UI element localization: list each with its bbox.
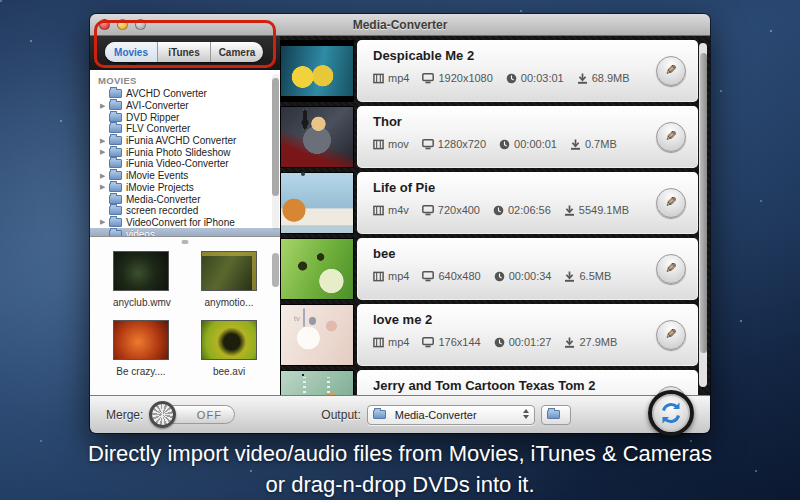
file-thumbnail-bee[interactable]: bee.avi xyxy=(201,320,257,377)
filesize-icon xyxy=(570,139,581,150)
disclosure-triangle-icon[interactable]: ▶ xyxy=(100,172,109,180)
video-row-despicable-me-2[interactable]: Despicable Me 2 mp4 1920x1080 00:03:01 6… xyxy=(280,40,698,102)
video-thumbnail-image[interactable] xyxy=(113,251,169,291)
folder-icon xyxy=(109,113,122,122)
video-duration: 00:01:27 xyxy=(509,336,552,348)
video-title: Despicable Me 2 xyxy=(373,48,686,63)
thumbnail-filename: anyclub.wmv xyxy=(113,297,169,308)
resolution-icon xyxy=(422,271,434,282)
video-thumbnail-image[interactable] xyxy=(201,251,257,291)
sidebar-item-dvd-ripper[interactable]: ▶DVD Ripper xyxy=(90,111,280,123)
tree-scrollbar[interactable] xyxy=(272,74,279,230)
video-title: Thor xyxy=(373,114,686,129)
resolution-icon xyxy=(422,337,434,348)
video-card[interactable]: love me 2 mp4 176x144 00:01:27 27.9MB ✎ xyxy=(357,304,698,366)
ipod-device-icon xyxy=(303,109,307,130)
video-resolution: 640x480 xyxy=(438,270,480,282)
folder-icon xyxy=(109,218,122,227)
folder-icon xyxy=(373,410,386,419)
disclosure-triangle-icon[interactable]: ▶ xyxy=(100,148,109,156)
folder-icon xyxy=(109,124,122,133)
video-duration: 00:00:01 xyxy=(514,138,557,150)
edit-settings-button[interactable]: ✎ xyxy=(656,254,686,284)
tree-scrollbar-thumb[interactable] xyxy=(272,78,279,196)
duration-icon xyxy=(494,271,505,282)
resolution-icon xyxy=(422,73,434,84)
thumbnail-filename: Be crazy.... xyxy=(113,366,169,377)
video-metadata: mp4 1920x1080 00:03:01 68.9MB xyxy=(373,72,686,84)
sidebar-item-media-converter[interactable]: ▶Media-Converter xyxy=(90,193,280,205)
browse-folder-button[interactable] xyxy=(541,405,571,425)
video-card[interactable]: Thor mov 1280x720 00:00:01 0.7MB ✎ xyxy=(357,106,698,168)
video-format: mp4 xyxy=(388,336,409,348)
file-thumbnail-anyclub[interactable]: anyclub.wmv xyxy=(113,251,169,308)
video-preview-image xyxy=(280,304,354,366)
folder-icon xyxy=(109,89,122,98)
sidebar-item-imovie-projects[interactable]: ▶iMovie Projects xyxy=(90,182,280,194)
sidebar-item-avchd-converter[interactable]: ▶AVCHD Converter xyxy=(90,88,280,100)
sidebar-item-avi-converter[interactable]: ▶AVI-Converter xyxy=(90,100,280,112)
format-icon xyxy=(373,271,384,282)
file-thumbnail-anymotio[interactable]: anymotio... xyxy=(201,251,257,308)
sidebar-item-label: FLV Converter xyxy=(126,123,190,134)
video-filesize: 27.9MB xyxy=(579,336,617,348)
video-thumbnail-image[interactable] xyxy=(113,320,169,360)
video-duration: 00:03:01 xyxy=(521,72,564,84)
video-card[interactable]: Jerry and Tom Cartoon Texas Tom 2 ✎ xyxy=(357,370,698,395)
sidebar-item-ifunia-photo-slideshow[interactable]: ▶iFunia Photo Slideshow xyxy=(90,146,280,158)
list-scrollbar[interactable] xyxy=(699,43,707,387)
sidebar-item-label: DVD Ripper xyxy=(126,112,179,123)
sidebar-item-videos[interactable]: ▶videos xyxy=(90,228,280,236)
filesize-icon xyxy=(577,73,588,84)
folder-icon xyxy=(109,206,122,215)
folder-icon xyxy=(109,159,122,168)
video-metadata: mp4 176x144 00:01:27 27.9MB xyxy=(373,336,686,348)
disclosure-triangle-icon[interactable]: ▶ xyxy=(100,102,109,110)
duration-icon xyxy=(506,73,517,84)
edit-settings-button[interactable]: ✎ xyxy=(656,320,686,350)
video-filesize: 0.7MB xyxy=(585,138,617,150)
sidebar-item-ifunia-video-converter[interactable]: ▶iFunia Video-Converter xyxy=(90,158,280,170)
video-preview-image xyxy=(280,172,354,234)
video-row-love-me-2[interactable]: love me 2 mp4 176x144 00:01:27 27.9MB ✎ xyxy=(280,304,698,366)
video-row-bee[interactable]: bee mp4 640x480 00:00:34 6.5MB ✎ xyxy=(280,238,698,300)
folder-icon xyxy=(547,410,560,419)
edit-settings-button[interactable]: ✎ xyxy=(656,122,686,152)
file-thumbnail-becrazy[interactable]: Be crazy.... xyxy=(113,320,169,377)
video-card[interactable]: bee mp4 640x480 00:00:34 6.5MB ✎ xyxy=(357,238,698,300)
disclosure-triangle-icon[interactable]: ▶ xyxy=(100,183,109,191)
thumbnail-scrollbar-thumb[interactable] xyxy=(272,253,279,287)
splitter-handle[interactable] xyxy=(182,240,189,244)
disclosure-triangle-icon[interactable]: ▶ xyxy=(100,137,109,145)
tree-section-header: MOVIES xyxy=(90,73,280,88)
output-folder-select[interactable]: Media-Converter xyxy=(367,405,535,425)
filesize-icon xyxy=(564,337,575,348)
sidebar-item-ifunia-avchd[interactable]: ▶iFunia AVCHD Converter xyxy=(90,135,280,147)
video-title: love me 2 xyxy=(373,312,686,327)
video-card[interactable]: Life of Pie m4v 720x400 02:06:56 5549.1M… xyxy=(357,172,698,234)
video-card[interactable]: Despicable Me 2 mp4 1920x1080 00:03:01 6… xyxy=(357,40,698,102)
merge-label: Merge: xyxy=(106,408,143,422)
video-row-thor[interactable]: Thor mov 1280x720 00:00:01 0.7MB ✎ xyxy=(280,106,698,168)
sidebar-item-imovie-events[interactable]: ▶iMovie Events xyxy=(90,170,280,182)
video-resolution: 1280x720 xyxy=(438,138,486,150)
sidebar-item-label: videos xyxy=(126,229,155,236)
folder-icon xyxy=(109,148,122,157)
video-filesize: 6.5MB xyxy=(579,270,611,282)
video-row-jerry-and-tom[interactable]: Jerry and Tom Cartoon Texas Tom 2 ✎ xyxy=(280,370,698,395)
sidebar-item-flv-converter[interactable]: ▶FLV Converter xyxy=(90,123,280,135)
format-icon xyxy=(373,73,384,84)
red-highlight-annotation xyxy=(94,20,276,68)
list-scrollbar-thumb[interactable] xyxy=(700,53,707,353)
pencil-icon: ✎ xyxy=(665,128,677,144)
edit-settings-button[interactable]: ✎ xyxy=(656,56,686,86)
disclosure-triangle-icon[interactable]: ▶ xyxy=(100,218,109,226)
video-format: mp4 xyxy=(388,270,409,282)
sidebar-item-screen-recorded[interactable]: ▶screen recorded xyxy=(90,205,280,217)
sidebar-item-videoconvert-for-iphone[interactable]: ▶VideoConvert for iPhone xyxy=(90,217,280,229)
convert-button[interactable] xyxy=(648,390,694,436)
video-row-life-of-pie[interactable]: Life of Pie m4v 720x400 02:06:56 5549.1M… xyxy=(280,172,698,234)
sidebar-item-label: iFunia AVCHD Converter xyxy=(126,135,236,146)
edit-settings-button[interactable]: ✎ xyxy=(656,188,686,218)
video-thumbnail-image[interactable] xyxy=(201,320,257,360)
